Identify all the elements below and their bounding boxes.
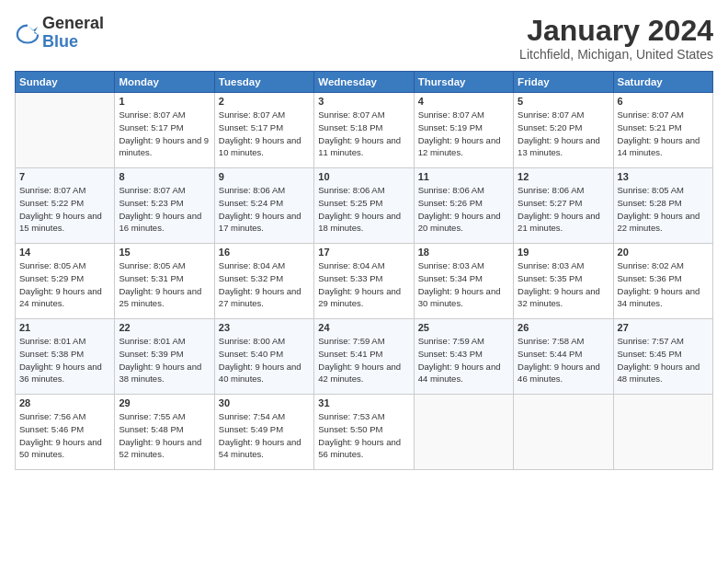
calendar-week-row: 21Sunrise: 8:01 AMSunset: 5:38 PMDayligh…	[16, 319, 713, 395]
logo-icon	[15, 20, 40, 46]
daylight-text: Daylight: 9 hours and 44 minutes.	[418, 362, 501, 385]
day-number: 30	[219, 397, 310, 408]
cell-content: Sunrise: 8:06 AMSunset: 5:26 PMDaylight:…	[418, 184, 509, 235]
day-number: 26	[518, 322, 609, 333]
cell-content: Sunrise: 8:03 AMSunset: 5:35 PMDaylight:…	[518, 259, 609, 310]
sunrise-text: Sunrise: 7:55 AM	[119, 411, 185, 421]
sunrise-text: Sunrise: 8:07 AM	[418, 109, 484, 120]
day-number: 15	[119, 247, 210, 258]
calendar-cell: 14Sunrise: 8:05 AMSunset: 5:29 PMDayligh…	[16, 244, 115, 319]
cell-content: Sunrise: 8:04 AMSunset: 5:32 PMDaylight:…	[219, 259, 310, 310]
logo-text: General Blue	[42, 15, 104, 52]
sunset-text: Sunset: 5:24 PM	[219, 198, 283, 208]
calendar-cell: 23Sunrise: 8:00 AMSunset: 5:40 PMDayligh…	[214, 319, 313, 395]
sunrise-text: Sunrise: 8:07 AM	[219, 109, 285, 120]
sunrise-text: Sunrise: 8:04 AM	[318, 260, 384, 270]
cell-content: Sunrise: 8:06 AMSunset: 5:25 PMDaylight:…	[318, 184, 409, 235]
calendar-cell: 13Sunrise: 8:05 AMSunset: 5:28 PMDayligh…	[613, 168, 712, 244]
cell-content: Sunrise: 8:01 AMSunset: 5:38 PMDaylight:…	[19, 335, 110, 385]
sunrise-text: Sunrise: 8:02 AM	[618, 260, 684, 270]
calendar-cell: 20Sunrise: 8:02 AMSunset: 5:36 PMDayligh…	[613, 244, 712, 319]
day-number: 4	[418, 96, 509, 107]
daylight-text: Daylight: 9 hours and 29 minutes.	[318, 286, 401, 309]
calendar-cell: 11Sunrise: 8:06 AMSunset: 5:26 PMDayligh…	[414, 168, 513, 244]
day-number: 24	[318, 322, 409, 333]
day-number: 16	[219, 247, 310, 258]
weekday-header-saturday: Saturday	[613, 72, 712, 93]
cell-content: Sunrise: 8:07 AMSunset: 5:22 PMDaylight:…	[19, 184, 110, 235]
sunrise-text: Sunrise: 7:57 AM	[618, 336, 684, 346]
daylight-text: Daylight: 9 hours and 10 minutes.	[219, 135, 301, 158]
day-number: 9	[219, 171, 310, 182]
cell-content: Sunrise: 8:05 AMSunset: 5:28 PMDaylight:…	[618, 184, 709, 235]
calendar-cell: 10Sunrise: 8:06 AMSunset: 5:25 PMDayligh…	[314, 168, 414, 244]
day-number: 18	[418, 247, 509, 258]
cell-content: Sunrise: 7:56 AMSunset: 5:46 PMDaylight:…	[19, 410, 110, 461]
calendar-cell: 21Sunrise: 8:01 AMSunset: 5:38 PMDayligh…	[16, 319, 115, 395]
day-number: 14	[19, 247, 110, 258]
daylight-text: Daylight: 9 hours and 50 minutes.	[19, 437, 102, 460]
cell-content: Sunrise: 8:02 AMSunset: 5:36 PMDaylight:…	[618, 259, 709, 310]
daylight-text: Daylight: 9 hours and 14 minutes.	[618, 135, 700, 158]
daylight-text: Daylight: 9 hours and 17 minutes.	[219, 211, 301, 234]
day-number: 13	[618, 171, 709, 182]
sunrise-text: Sunrise: 8:07 AM	[119, 185, 185, 195]
sunrise-text: Sunrise: 8:05 AM	[119, 260, 185, 270]
weekday-header-tuesday: Tuesday	[214, 72, 313, 93]
daylight-text: Daylight: 9 hours and 30 minutes.	[418, 286, 501, 309]
title-block: January 2024 Litchfield, Michigan, Unite…	[519, 15, 713, 62]
cell-content: Sunrise: 8:00 AMSunset: 5:40 PMDaylight:…	[219, 335, 310, 385]
daylight-text: Daylight: 9 hours and 22 minutes.	[618, 211, 700, 234]
calendar-week-row: 1Sunrise: 8:07 AMSunset: 5:17 PMDaylight…	[16, 93, 713, 168]
cell-content: Sunrise: 7:57 AMSunset: 5:45 PMDaylight:…	[618, 335, 709, 385]
cell-content: Sunrise: 8:07 AMSunset: 5:17 PMDaylight:…	[119, 109, 210, 159]
day-number: 17	[318, 247, 409, 258]
day-number: 10	[318, 171, 409, 182]
daylight-text: Daylight: 9 hours and 27 minutes.	[219, 286, 301, 309]
calendar-week-row: 7Sunrise: 8:07 AMSunset: 5:22 PMDaylight…	[16, 168, 713, 244]
calendar-cell	[514, 395, 613, 470]
calendar-cell: 22Sunrise: 8:01 AMSunset: 5:39 PMDayligh…	[115, 319, 214, 395]
daylight-text: Daylight: 9 hours and 24 minutes.	[19, 286, 102, 309]
location-text: Litchfield, Michigan, United States	[519, 47, 713, 62]
cell-content: Sunrise: 8:05 AMSunset: 5:31 PMDaylight:…	[119, 259, 210, 310]
sunrise-text: Sunrise: 8:06 AM	[418, 185, 484, 195]
day-number: 25	[418, 322, 509, 333]
sunset-text: Sunset: 5:26 PM	[418, 198, 483, 208]
sunset-text: Sunset: 5:50 PM	[318, 424, 382, 434]
sunset-text: Sunset: 5:32 PM	[219, 273, 283, 283]
daylight-text: Daylight: 9 hours and 25 minutes.	[119, 286, 201, 309]
sunset-text: Sunset: 5:46 PM	[19, 424, 84, 434]
day-number: 11	[418, 171, 509, 182]
day-number: 27	[618, 322, 709, 333]
calendar-cell: 9Sunrise: 8:06 AMSunset: 5:24 PMDaylight…	[214, 168, 313, 244]
cell-content: Sunrise: 7:58 AMSunset: 5:44 PMDaylight:…	[518, 335, 609, 385]
calendar-cell: 27Sunrise: 7:57 AMSunset: 5:45 PMDayligh…	[613, 319, 712, 395]
daylight-text: Daylight: 9 hours and 20 minutes.	[418, 211, 501, 234]
day-number: 12	[518, 171, 609, 182]
calendar-cell	[16, 93, 115, 168]
cell-content: Sunrise: 8:06 AMSunset: 5:24 PMDaylight:…	[219, 184, 310, 235]
sunset-text: Sunset: 5:39 PM	[119, 349, 183, 359]
logo-blue-text: Blue	[42, 33, 104, 52]
day-number: 6	[618, 96, 709, 107]
sunrise-text: Sunrise: 8:01 AM	[19, 336, 85, 346]
sunset-text: Sunset: 5:43 PM	[418, 349, 483, 359]
day-number: 28	[19, 397, 110, 408]
sunrise-text: Sunrise: 8:07 AM	[518, 109, 584, 120]
cell-content: Sunrise: 7:59 AMSunset: 5:41 PMDaylight:…	[318, 335, 409, 385]
cell-content: Sunrise: 8:07 AMSunset: 5:21 PMDaylight:…	[618, 109, 709, 159]
calendar-table: SundayMondayTuesdayWednesdayThursdayFrid…	[15, 71, 713, 470]
calendar-cell	[613, 395, 712, 470]
calendar-cell: 6Sunrise: 8:07 AMSunset: 5:21 PMDaylight…	[613, 93, 712, 168]
sunset-text: Sunset: 5:17 PM	[219, 122, 283, 132]
calendar-week-row: 14Sunrise: 8:05 AMSunset: 5:29 PMDayligh…	[16, 244, 713, 319]
calendar-cell	[414, 395, 513, 470]
sunset-text: Sunset: 5:27 PM	[518, 198, 582, 208]
day-number: 1	[119, 96, 210, 107]
daylight-text: Daylight: 9 hours and 46 minutes.	[518, 362, 600, 385]
sunrise-text: Sunrise: 8:06 AM	[219, 185, 285, 195]
day-number: 3	[318, 96, 409, 107]
daylight-text: Daylight: 9 hours and 42 minutes.	[318, 362, 401, 385]
calendar-cell: 19Sunrise: 8:03 AMSunset: 5:35 PMDayligh…	[514, 244, 613, 319]
